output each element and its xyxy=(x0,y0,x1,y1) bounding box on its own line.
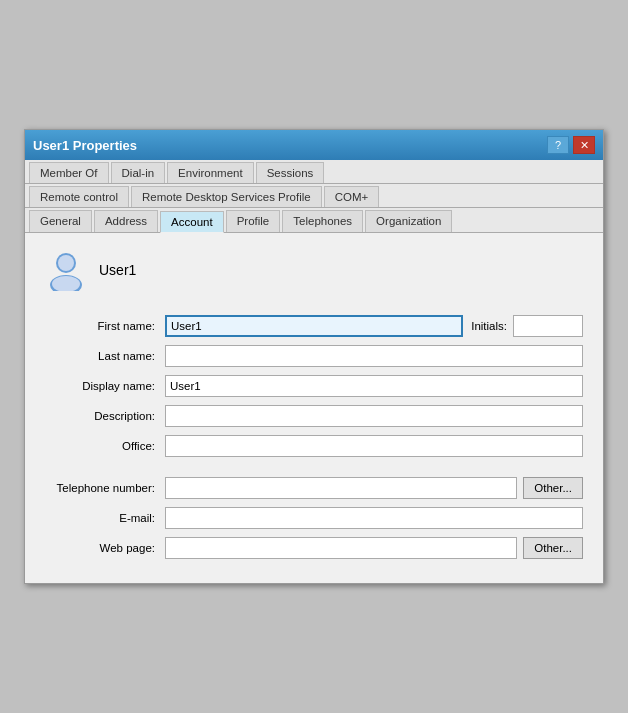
user-avatar-icon xyxy=(45,249,87,291)
last-name-input[interactable] xyxy=(165,345,583,367)
title-bar-buttons: ? ✕ xyxy=(547,136,595,154)
last-name-row: Last name: xyxy=(45,345,583,367)
window-title: User1 Properties xyxy=(33,138,137,153)
tab-member-of[interactable]: Member Of xyxy=(29,162,109,183)
tab-content: User1 First name: Initials: Last name: D… xyxy=(25,233,603,583)
user-header: User1 xyxy=(45,249,583,299)
tab-remote-control[interactable]: Remote control xyxy=(29,186,129,207)
webpage-other-button[interactable]: Other... xyxy=(523,537,583,559)
tab-row-1: Member Of Dial-in Environment Sessions xyxy=(25,160,603,184)
display-name-input[interactable] xyxy=(165,375,583,397)
office-row: Office: xyxy=(45,435,583,457)
tab-row-2: Remote control Remote Desktop Services P… xyxy=(25,184,603,208)
tab-organization[interactable]: Organization xyxy=(365,210,452,232)
description-label: Description: xyxy=(45,410,155,422)
first-name-input[interactable] xyxy=(165,315,463,337)
tab-profile[interactable]: Profile xyxy=(226,210,281,232)
webpage-row: Web page: Other... xyxy=(45,537,583,559)
user-display-name: User1 xyxy=(99,262,136,278)
tab-dial-in[interactable]: Dial-in xyxy=(111,162,166,183)
tab-sessions[interactable]: Sessions xyxy=(256,162,325,183)
telephone-row: Telephone number: Other... xyxy=(45,477,583,499)
display-name-row: Display name: xyxy=(45,375,583,397)
display-name-label: Display name: xyxy=(45,380,155,392)
email-input[interactable] xyxy=(165,507,583,529)
tab-address[interactable]: Address xyxy=(94,210,158,232)
office-label: Office: xyxy=(45,440,155,452)
tab-general[interactable]: General xyxy=(29,210,92,232)
tab-row-3: General Address Account Profile Telephon… xyxy=(25,208,603,233)
initials-input[interactable] xyxy=(513,315,583,337)
tab-account[interactable]: Account xyxy=(160,211,224,233)
initials-label: Initials: xyxy=(471,320,507,332)
first-name-label: First name: xyxy=(45,320,155,332)
properties-window: User1 Properties ? ✕ Member Of Dial-in E… xyxy=(24,129,604,584)
first-name-row: First name: Initials: xyxy=(45,315,583,337)
tab-environment[interactable]: Environment xyxy=(167,162,254,183)
help-button[interactable]: ? xyxy=(547,136,569,154)
webpage-input[interactable] xyxy=(165,537,517,559)
description-row: Description: xyxy=(45,405,583,427)
initials-group: Initials: xyxy=(471,315,583,337)
close-button[interactable]: ✕ xyxy=(573,136,595,154)
telephone-other-button[interactable]: Other... xyxy=(523,477,583,499)
tab-remote-desktop[interactable]: Remote Desktop Services Profile xyxy=(131,186,322,207)
telephone-label: Telephone number: xyxy=(45,482,155,494)
last-name-label: Last name: xyxy=(45,350,155,362)
webpage-label: Web page: xyxy=(45,542,155,554)
telephone-input[interactable] xyxy=(165,477,517,499)
tab-com-plus[interactable]: COM+ xyxy=(324,186,380,207)
email-row: E-mail: xyxy=(45,507,583,529)
office-input[interactable] xyxy=(165,435,583,457)
title-bar: User1 Properties ? ✕ xyxy=(25,130,603,160)
description-input[interactable] xyxy=(165,405,583,427)
svg-point-2 xyxy=(58,255,74,271)
email-label: E-mail: xyxy=(45,512,155,524)
tab-telephones[interactable]: Telephones xyxy=(282,210,363,232)
